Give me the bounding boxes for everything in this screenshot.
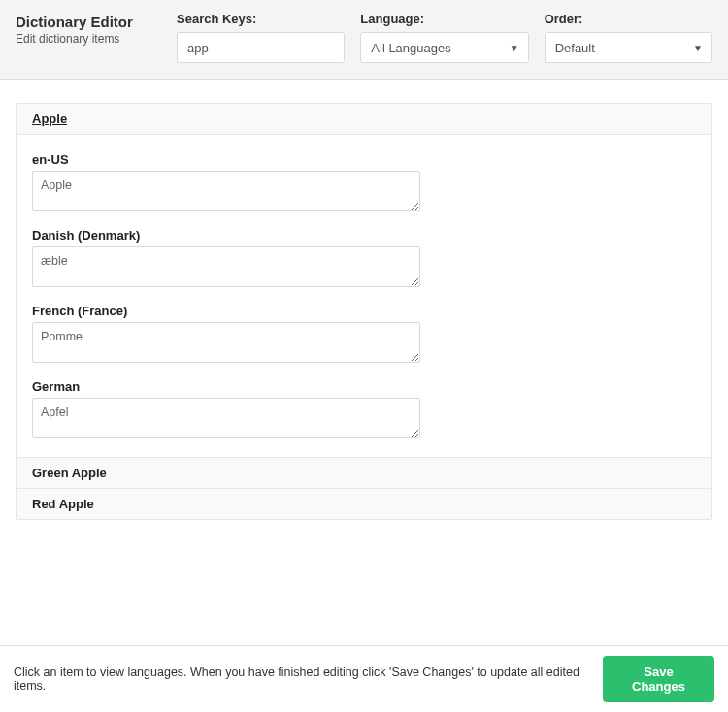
order-select[interactable]: Default [545,32,712,63]
title-block: Dictionary Editor Edit dictionary items [16,12,161,46]
order-label: Order: [545,12,712,26]
translation-lang-label: Danish (Denmark) [32,228,696,243]
dictionary-item-header[interactable]: Apple [17,104,711,135]
dictionary-item-header[interactable]: Red Apple [17,489,711,519]
translation-input[interactable] [32,322,420,363]
header-bar: Dictionary Editor Edit dictionary items … [0,0,728,80]
translation-lang-label: en-US [32,152,696,167]
footer-hint: Click an item to view languages. When yo… [14,665,603,693]
language-label: Language: [360,12,528,26]
footer-bar: Click an item to view languages. When yo… [0,645,728,712]
order-field-block: Order: Default ▼ [545,12,712,63]
translation-lang-label: German [32,379,696,394]
translation-input[interactable] [32,398,420,438]
search-input[interactable] [177,32,345,63]
page-title: Dictionary Editor [16,14,161,30]
translation-input[interactable] [32,246,420,287]
dictionary-item-header[interactable]: Green Apple [17,458,711,489]
translation-block: en-US [32,152,696,214]
dictionary-list: Apple en-US Danish (Denmark) French (Fra… [16,103,712,520]
translation-block: French (France) [32,304,696,366]
save-changes-button[interactable]: Save Changes [603,656,714,702]
translation-lang-label: French (France) [32,304,696,318]
content-area: Apple en-US Danish (Denmark) French (Fra… [0,80,728,520]
page-subtitle: Edit dictionary items [16,32,161,46]
search-field-block: Search Keys: [177,12,345,63]
language-field-block: Language: All Languages ▼ [360,12,528,63]
translation-input[interactable] [32,171,420,211]
language-select[interactable]: All Languages [360,32,528,63]
translation-block: German [32,379,696,441]
translation-block: Danish (Denmark) [32,228,696,290]
search-label: Search Keys: [177,12,345,26]
dictionary-item-body: en-US Danish (Denmark) French (France) G… [17,135,711,458]
